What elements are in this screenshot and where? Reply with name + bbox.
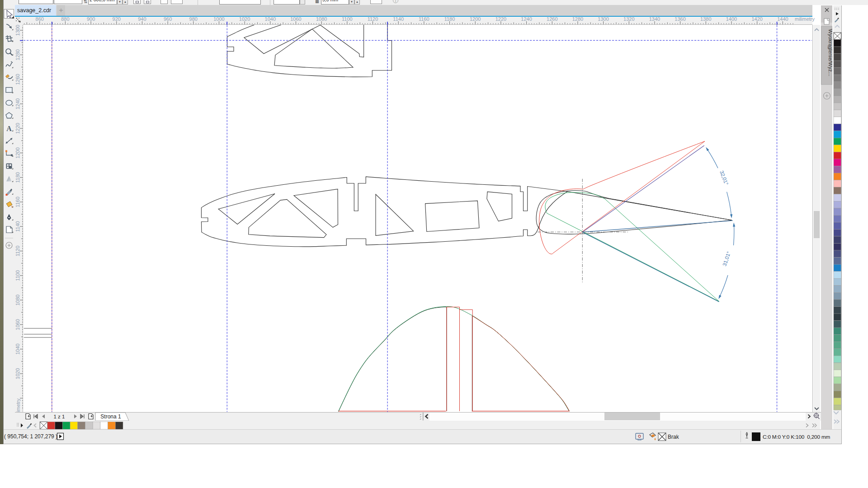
svg-text:Brak: Brak bbox=[668, 434, 679, 440]
svg-text:C:0 M:0 Y:0 K:100 0,200 mm: C:0 M:0 Y:0 K:100 0,200 mm bbox=[763, 434, 830, 440]
